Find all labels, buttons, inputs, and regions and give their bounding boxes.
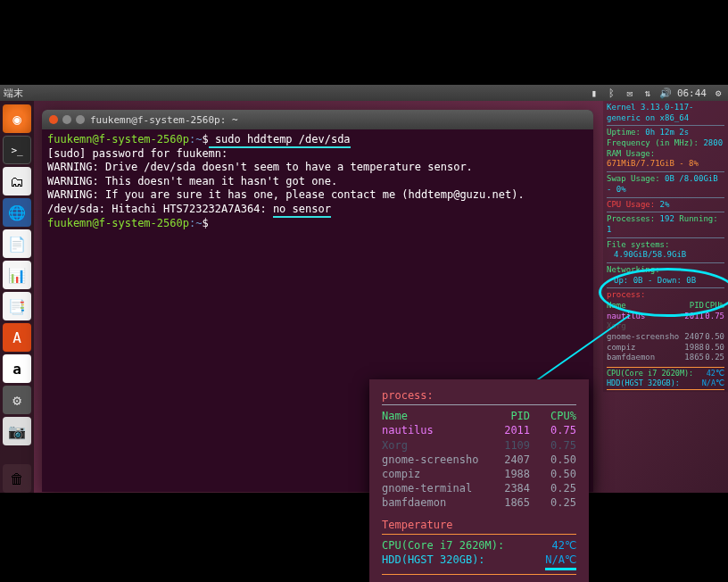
libreoffice-calc-icon[interactable]: 📊	[3, 261, 31, 289]
proc-pid: 1988	[484, 467, 530, 481]
terminal-line: [sudo] password for fuukemn:	[47, 147, 588, 162]
net-label: Networking:	[607, 265, 660, 274]
bluetooth-icon[interactable]: ᛒ	[606, 87, 618, 99]
terminal-line: WARNING: This doesn't mean it hasn't got…	[47, 175, 588, 189]
col-pid: PID	[683, 301, 704, 312]
uptime-value: 0h 12m 2s	[645, 128, 689, 137]
proc-cpu: 0.50	[530, 467, 576, 481]
col-cpu: CPU%	[530, 409, 576, 423]
sound-icon[interactable]: 🔊	[659, 87, 672, 99]
output-text: /dev/sda: Hitachi HTS723232A7A364:	[47, 203, 273, 215]
network-icon[interactable]: ⇅	[641, 87, 654, 99]
minimize-button[interactable]	[62, 115, 71, 124]
proc-cpu: 0.75	[530, 423, 576, 437]
zoom-cpu-temp-value: 42℃	[552, 538, 576, 553]
divider	[382, 574, 576, 575]
proc-name: nautilus	[607, 312, 683, 322]
fs-label: File systems:	[607, 240, 669, 249]
divider	[607, 212, 724, 212]
fs-value: 4.90GiB/58.9GiB	[607, 250, 724, 261]
libreoffice-writer-icon[interactable]: 📄	[3, 229, 31, 258]
proc-pid: 1109	[484, 438, 530, 453]
terminal-line: fuukemn@f-system-2560p:~$ sudo hddtemp /…	[47, 133, 588, 147]
divider	[607, 262, 724, 263]
proc-name: gnome-terminal	[382, 481, 484, 495]
maximize-button[interactable]	[76, 115, 85, 124]
proc-pid: 2384	[484, 481, 530, 495]
net-down: - Down: 0B	[648, 276, 696, 285]
terminal-icon[interactable]: >_	[3, 136, 31, 164]
kernel-line: Kernel 3.13.0-117-generic on x86_64	[607, 103, 724, 123]
active-app-label: 端末	[4, 87, 23, 100]
close-button[interactable]	[49, 115, 58, 124]
proc-pid: 2011	[683, 312, 704, 322]
process-table: NamePIDCPU% nautilus20110.75 Xorg gnome-…	[607, 301, 724, 363]
proc-cpu: 0.25	[530, 495, 576, 510]
divider	[607, 171, 724, 172]
terminal-line: fuukemn@f-system-2560p:~$	[47, 217, 588, 231]
uptime-label: Uptime:	[607, 128, 641, 137]
zoom-temperature-section: Temperature CPU(Core i7 2620M): 42℃ HDD(…	[382, 518, 576, 576]
ram-label: RAM Usage:	[607, 149, 655, 158]
command-text: sudo hddtemp /dev/sda	[209, 133, 351, 148]
libreoffice-impress-icon[interactable]: 📑	[3, 292, 31, 320]
running-label: Running:	[679, 214, 717, 223]
prompt-dollar: $	[202, 133, 208, 146]
divider	[382, 534, 576, 535]
proc-cpu: 0.25	[704, 353, 724, 363]
cpu-temp-label: CPU(Core i7 2620M):	[607, 369, 693, 378]
messages-icon[interactable]: ✉	[624, 87, 636, 99]
proc-name: compiz	[607, 343, 683, 353]
col-name: Name	[382, 409, 484, 423]
proc-cpu	[704, 321, 724, 332]
zoom-callout-panel: process: NamePIDCPU% nautilus20110.75 Xo…	[369, 379, 589, 582]
prompt-user: fuukemn@f-system-2560p	[47, 217, 189, 229]
col-name: Name	[607, 301, 683, 312]
processes-label: Processes:	[607, 214, 655, 223]
running-value: 1	[607, 225, 611, 234]
proc-name: gnome-screensho	[607, 332, 683, 343]
dash-home-icon[interactable]: ◉	[3, 104, 31, 133]
screenshot-icon[interactable]: 📷	[3, 417, 31, 445]
terminal-line: /dev/sda: Hitachi HTS723232A7A364: no se…	[47, 203, 588, 217]
window-controls	[49, 115, 85, 124]
clock[interactable]: 06:44	[677, 87, 707, 99]
proc-name: compiz	[382, 467, 484, 481]
proc-pid: 2407	[683, 332, 704, 343]
proc-name: bamfdaemon	[607, 353, 683, 363]
proc-cpu: 0.75	[704, 312, 724, 322]
terminal-output[interactable]: fuukemn@f-system-2560p:~$ sudo hddtemp /…	[42, 129, 593, 234]
process-header: process:	[607, 290, 724, 301]
zoom-cpu-temp-label: CPU(Core i7 2620M):	[382, 538, 504, 553]
zoom-process-header: process:	[382, 388, 576, 403]
zoom-hdd-temp-label: HDD(HGST 320GB):	[382, 553, 485, 570]
proc-pid	[683, 321, 704, 332]
divider	[607, 237, 724, 238]
trash-icon[interactable]: 🗑	[3, 464, 31, 493]
software-center-icon[interactable]: A	[3, 323, 31, 352]
proc-name: Xorg	[382, 438, 484, 453]
system-settings-icon[interactable]: ⚙	[3, 386, 31, 414]
swap-label: Swap Usage:	[607, 174, 660, 183]
proc-pid: 1988	[683, 343, 704, 353]
menu-bar: 端末 ▮ ᛒ ✉ ⇅ 🔊 06:44 ⚙	[0, 85, 728, 101]
window-titlebar[interactable]: fuukemn@f-system-2560p: ~	[42, 110, 593, 129]
proc-name: nautilus	[382, 423, 484, 437]
proc-pid: 1865	[683, 353, 704, 363]
files-icon[interactable]: 🗂	[3, 167, 31, 195]
prompt-user: fuukemn@f-system-2560p	[47, 133, 189, 146]
cpu-temp-value: 42℃	[707, 369, 724, 378]
proc-name: gnome-screensho	[382, 453, 484, 467]
divider	[607, 125, 724, 126]
temperature-section: CPU(Core i7 2620M):42℃ HDD(HGST 320GB):N…	[607, 367, 724, 390]
amazon-icon[interactable]: a	[3, 354, 31, 383]
proc-name: bamfdaemon	[382, 495, 484, 510]
col-cpu: CPU%	[704, 301, 724, 312]
proc-cpu: 0.75	[530, 438, 576, 453]
divider	[607, 287, 724, 288]
firefox-icon[interactable]: 🌐	[3, 198, 31, 227]
zoom-process-table: NamePIDCPU% nautilus20110.75 Xorg11090.7…	[382, 409, 576, 510]
battery-icon[interactable]: ▮	[588, 87, 600, 99]
hdd-temp-value: N/A℃	[702, 378, 724, 388]
gear-icon[interactable]: ⚙	[712, 87, 724, 99]
